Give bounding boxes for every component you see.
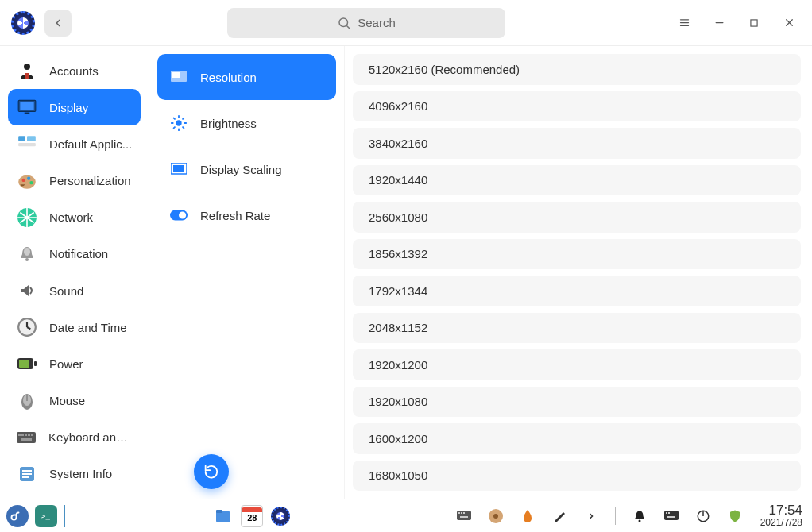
- rotate-icon: [203, 463, 220, 480]
- svg-point-22: [25, 258, 29, 261]
- settings-gear-icon: [271, 507, 290, 526]
- svg-line-1: [346, 25, 350, 29]
- subpanel-item-resolution[interactable]: Resolution: [157, 54, 336, 100]
- svg-rect-36: [25, 434, 27, 436]
- resolution-option[interactable]: 1680x1050: [353, 461, 801, 492]
- svg-rect-13: [25, 113, 30, 114]
- taskbar-clock[interactable]: 17:54 2021/7/28: [760, 503, 802, 529]
- svg-rect-37: [28, 434, 30, 436]
- tray-shield[interactable]: [724, 505, 746, 527]
- subpanel-item-brightness[interactable]: Brightness: [157, 100, 336, 146]
- sidebar-item-default-apps[interactable]: Default Applic...: [8, 125, 141, 162]
- svg-rect-72: [666, 512, 667, 514]
- svg-rect-38: [31, 434, 33, 436]
- tray-expand[interactable]: [580, 505, 602, 527]
- svg-text:>_: >_: [41, 512, 50, 520]
- taskbar-start-button[interactable]: [6, 505, 29, 527]
- subpanel-item-refresh-rate[interactable]: Refresh Rate: [157, 192, 336, 238]
- hamburger-icon: [679, 17, 690, 29]
- rotate-fab-button[interactable]: [194, 454, 229, 489]
- search-input[interactable]: Search: [227, 8, 505, 38]
- sidebar-item-datetime[interactable]: Date and Time: [8, 309, 141, 345]
- tray-keyboard[interactable]: [453, 505, 475, 527]
- disk-icon: [488, 508, 504, 524]
- fedora-icon: [10, 509, 25, 523]
- minimize-button[interactable]: [712, 16, 726, 30]
- bell-tray-icon: [632, 509, 647, 523]
- apps-icon: [16, 133, 38, 155]
- resolution-option[interactable]: 1600x1200: [353, 423, 801, 454]
- svg-point-18: [22, 178, 25, 181]
- svg-rect-63: [457, 511, 471, 520]
- sidebar-item-mouse[interactable]: Mouse: [8, 383, 141, 419]
- tray-keyboard-layout[interactable]: [660, 505, 682, 527]
- tray-app-3[interactable]: [548, 505, 570, 527]
- resolution-list: 5120x2160 (Recommended) 4096x2160 3840x2…: [345, 46, 812, 499]
- back-button[interactable]: [44, 10, 72, 37]
- tray-notifications[interactable]: [628, 505, 651, 527]
- svg-rect-15: [27, 137, 36, 142]
- subpanel-item-scaling[interactable]: Display Scaling: [157, 146, 336, 192]
- clock-icon: [16, 316, 38, 338]
- svg-rect-39: [21, 438, 32, 441]
- resolution-icon: [170, 68, 188, 86]
- resolution-option[interactable]: 1856x1392: [353, 239, 801, 270]
- svg-point-19: [27, 176, 30, 179]
- sidebar-item-notification[interactable]: Notification: [8, 236, 141, 272]
- display-subpanel: Resolution Brightness Display Scaling Re…: [149, 46, 345, 499]
- sidebar-item-sound[interactable]: Sound: [8, 272, 141, 309]
- tray-app-1[interactable]: [485, 505, 507, 527]
- resolution-option[interactable]: 1920x1200: [353, 349, 801, 380]
- taskbar: >_ 28 17:54 2021/7/28: [0, 499, 812, 532]
- resolution-option[interactable]: 1792x1344: [353, 276, 801, 306]
- taskbar-separator: [615, 507, 616, 525]
- svg-point-46: [176, 120, 181, 125]
- svg-rect-35: [21, 434, 24, 436]
- svg-rect-29: [19, 360, 29, 368]
- sidebar-item-accounts[interactable]: Accounts: [8, 52, 141, 89]
- sidebar-item-system-info[interactable]: System Info: [8, 456, 141, 492]
- resolution-option[interactable]: 3840x2160: [353, 128, 801, 159]
- person-icon: [16, 60, 38, 82]
- sidebar-item-keyboard[interactable]: Keyboard and ...: [8, 419, 141, 456]
- minimize-icon: [713, 17, 725, 29]
- sidebar-item-network[interactable]: Network: [8, 199, 141, 236]
- maximize-button[interactable]: [747, 16, 761, 30]
- taskbar-files[interactable]: [212, 505, 234, 527]
- svg-rect-43: [22, 476, 29, 478]
- menu-button[interactable]: [677, 16, 691, 30]
- svg-line-52: [183, 127, 184, 128]
- taskbar-calendar[interactable]: 28: [241, 505, 263, 527]
- sidebar-item-display[interactable]: Display: [8, 89, 141, 125]
- svg-rect-10: [25, 73, 29, 79]
- tray-power[interactable]: [692, 505, 714, 527]
- svg-rect-14: [18, 137, 25, 142]
- resolution-option[interactable]: 2560x1080: [353, 202, 801, 233]
- power-icon: [696, 509, 710, 523]
- resolution-option[interactable]: 2048x1152: [353, 313, 801, 344]
- battery-icon: [16, 353, 38, 375]
- palette-icon: [16, 170, 38, 192]
- svg-point-70: [638, 519, 640, 522]
- resolution-option[interactable]: 1920x1440: [353, 165, 801, 196]
- window-controls: [677, 16, 796, 30]
- sidebar-item-personalization[interactable]: Personalization: [8, 163, 141, 199]
- close-button[interactable]: [782, 16, 796, 30]
- taskbar-settings[interactable]: [269, 505, 292, 527]
- svg-rect-74: [667, 516, 675, 518]
- svg-line-54: [183, 118, 184, 119]
- resolution-option[interactable]: 1920x1080: [353, 387, 801, 418]
- sidebar-item-power[interactable]: Power: [8, 345, 141, 382]
- resolution-option[interactable]: 4096x2160: [353, 91, 801, 122]
- svg-point-20: [29, 181, 33, 184]
- svg-point-17: [18, 175, 36, 188]
- resolution-option[interactable]: 5120x2160 (Recommended): [353, 54, 801, 85]
- taskbar-terminal[interactable]: >_: [35, 505, 57, 527]
- scaling-icon: [170, 160, 188, 178]
- tray-app-2[interactable]: [516, 505, 539, 527]
- svg-point-9: [24, 64, 30, 70]
- keyboard-icon: [16, 426, 37, 449]
- svg-rect-28: [34, 361, 37, 366]
- close-icon: [783, 17, 795, 29]
- svg-rect-12: [20, 102, 33, 110]
